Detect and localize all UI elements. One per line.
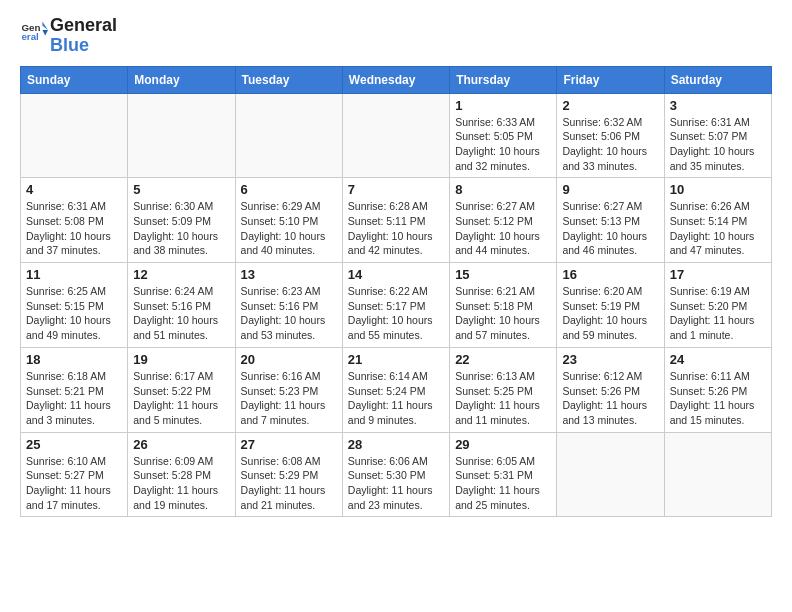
logo-icon: Gen eral [20,16,48,44]
day-info: Sunrise: 6:20 AMSunset: 5:19 PMDaylight:… [562,284,658,343]
day-number: 17 [670,267,766,282]
day-info: Sunrise: 6:25 AMSunset: 5:15 PMDaylight:… [26,284,122,343]
calendar-cell: 18Sunrise: 6:18 AMSunset: 5:21 PMDayligh… [21,347,128,432]
calendar-table: SundayMondayTuesdayWednesdayThursdayFrid… [20,66,772,518]
day-number: 11 [26,267,122,282]
day-info: Sunrise: 6:19 AMSunset: 5:20 PMDaylight:… [670,284,766,343]
day-number: 3 [670,98,766,113]
day-number: 14 [348,267,444,282]
calendar-cell: 13Sunrise: 6:23 AMSunset: 5:16 PMDayligh… [235,263,342,348]
day-number: 22 [455,352,551,367]
calendar-cell: 27Sunrise: 6:08 AMSunset: 5:29 PMDayligh… [235,432,342,517]
calendar-cell: 26Sunrise: 6:09 AMSunset: 5:28 PMDayligh… [128,432,235,517]
day-info: Sunrise: 6:12 AMSunset: 5:26 PMDaylight:… [562,369,658,428]
svg-marker-3 [42,30,48,36]
day-number: 8 [455,182,551,197]
logo: Gen eral GeneralBlue [20,16,117,56]
calendar-cell: 22Sunrise: 6:13 AMSunset: 5:25 PMDayligh… [450,347,557,432]
calendar-cell: 6Sunrise: 6:29 AMSunset: 5:10 PMDaylight… [235,178,342,263]
day-info: Sunrise: 6:26 AMSunset: 5:14 PMDaylight:… [670,199,766,258]
day-info: Sunrise: 6:06 AMSunset: 5:30 PMDaylight:… [348,454,444,513]
day-info: Sunrise: 6:32 AMSunset: 5:06 PMDaylight:… [562,115,658,174]
calendar-cell [21,93,128,178]
day-number: 25 [26,437,122,452]
day-number: 12 [133,267,229,282]
calendar-cell: 2Sunrise: 6:32 AMSunset: 5:06 PMDaylight… [557,93,664,178]
day-info: Sunrise: 6:09 AMSunset: 5:28 PMDaylight:… [133,454,229,513]
calendar-cell: 17Sunrise: 6:19 AMSunset: 5:20 PMDayligh… [664,263,771,348]
day-info: Sunrise: 6:31 AMSunset: 5:07 PMDaylight:… [670,115,766,174]
day-info: Sunrise: 6:27 AMSunset: 5:12 PMDaylight:… [455,199,551,258]
day-number: 13 [241,267,337,282]
calendar-header-row: SundayMondayTuesdayWednesdayThursdayFrid… [21,66,772,93]
day-info: Sunrise: 6:31 AMSunset: 5:08 PMDaylight:… [26,199,122,258]
day-info: Sunrise: 6:29 AMSunset: 5:10 PMDaylight:… [241,199,337,258]
day-number: 15 [455,267,551,282]
day-number: 23 [562,352,658,367]
calendar-cell: 7Sunrise: 6:28 AMSunset: 5:11 PMDaylight… [342,178,449,263]
calendar-cell [664,432,771,517]
day-info: Sunrise: 6:23 AMSunset: 5:16 PMDaylight:… [241,284,337,343]
day-info: Sunrise: 6:11 AMSunset: 5:26 PMDaylight:… [670,369,766,428]
day-info: Sunrise: 6:17 AMSunset: 5:22 PMDaylight:… [133,369,229,428]
day-number: 27 [241,437,337,452]
calendar-cell: 19Sunrise: 6:17 AMSunset: 5:22 PMDayligh… [128,347,235,432]
day-info: Sunrise: 6:22 AMSunset: 5:17 PMDaylight:… [348,284,444,343]
day-number: 1 [455,98,551,113]
day-number: 28 [348,437,444,452]
day-number: 21 [348,352,444,367]
day-info: Sunrise: 6:08 AMSunset: 5:29 PMDaylight:… [241,454,337,513]
col-header-sunday: Sunday [21,66,128,93]
day-info: Sunrise: 6:10 AMSunset: 5:27 PMDaylight:… [26,454,122,513]
calendar-week-row: 1Sunrise: 6:33 AMSunset: 5:05 PMDaylight… [21,93,772,178]
calendar-cell: 5Sunrise: 6:30 AMSunset: 5:09 PMDaylight… [128,178,235,263]
day-number: 10 [670,182,766,197]
day-number: 9 [562,182,658,197]
calendar-cell: 25Sunrise: 6:10 AMSunset: 5:27 PMDayligh… [21,432,128,517]
calendar-cell: 16Sunrise: 6:20 AMSunset: 5:19 PMDayligh… [557,263,664,348]
calendar-week-row: 4Sunrise: 6:31 AMSunset: 5:08 PMDaylight… [21,178,772,263]
day-number: 20 [241,352,337,367]
day-info: Sunrise: 6:13 AMSunset: 5:25 PMDaylight:… [455,369,551,428]
calendar-cell: 11Sunrise: 6:25 AMSunset: 5:15 PMDayligh… [21,263,128,348]
day-info: Sunrise: 6:27 AMSunset: 5:13 PMDaylight:… [562,199,658,258]
calendar-cell: 1Sunrise: 6:33 AMSunset: 5:05 PMDaylight… [450,93,557,178]
col-header-wednesday: Wednesday [342,66,449,93]
day-number: 4 [26,182,122,197]
day-number: 16 [562,267,658,282]
calendar-cell: 10Sunrise: 6:26 AMSunset: 5:14 PMDayligh… [664,178,771,263]
svg-text:eral: eral [21,31,39,42]
day-number: 29 [455,437,551,452]
calendar-cell [557,432,664,517]
day-number: 6 [241,182,337,197]
calendar-cell: 23Sunrise: 6:12 AMSunset: 5:26 PMDayligh… [557,347,664,432]
calendar-cell [235,93,342,178]
calendar-cell [342,93,449,178]
day-info: Sunrise: 6:28 AMSunset: 5:11 PMDaylight:… [348,199,444,258]
calendar-cell: 24Sunrise: 6:11 AMSunset: 5:26 PMDayligh… [664,347,771,432]
calendar-cell: 28Sunrise: 6:06 AMSunset: 5:30 PMDayligh… [342,432,449,517]
day-number: 19 [133,352,229,367]
day-number: 24 [670,352,766,367]
calendar-cell: 8Sunrise: 6:27 AMSunset: 5:12 PMDaylight… [450,178,557,263]
day-number: 5 [133,182,229,197]
calendar-cell: 4Sunrise: 6:31 AMSunset: 5:08 PMDaylight… [21,178,128,263]
calendar-week-row: 25Sunrise: 6:10 AMSunset: 5:27 PMDayligh… [21,432,772,517]
day-info: Sunrise: 6:30 AMSunset: 5:09 PMDaylight:… [133,199,229,258]
day-number: 2 [562,98,658,113]
day-info: Sunrise: 6:21 AMSunset: 5:18 PMDaylight:… [455,284,551,343]
day-info: Sunrise: 6:24 AMSunset: 5:16 PMDaylight:… [133,284,229,343]
calendar-cell: 9Sunrise: 6:27 AMSunset: 5:13 PMDaylight… [557,178,664,263]
day-info: Sunrise: 6:16 AMSunset: 5:23 PMDaylight:… [241,369,337,428]
col-header-friday: Friday [557,66,664,93]
calendar-week-row: 11Sunrise: 6:25 AMSunset: 5:15 PMDayligh… [21,263,772,348]
day-info: Sunrise: 6:14 AMSunset: 5:24 PMDaylight:… [348,369,444,428]
calendar-cell: 15Sunrise: 6:21 AMSunset: 5:18 PMDayligh… [450,263,557,348]
calendar-cell: 3Sunrise: 6:31 AMSunset: 5:07 PMDaylight… [664,93,771,178]
logo-text: GeneralBlue [50,16,117,56]
calendar-cell: 20Sunrise: 6:16 AMSunset: 5:23 PMDayligh… [235,347,342,432]
calendar-cell: 29Sunrise: 6:05 AMSunset: 5:31 PMDayligh… [450,432,557,517]
day-number: 18 [26,352,122,367]
day-info: Sunrise: 6:18 AMSunset: 5:21 PMDaylight:… [26,369,122,428]
day-number: 7 [348,182,444,197]
